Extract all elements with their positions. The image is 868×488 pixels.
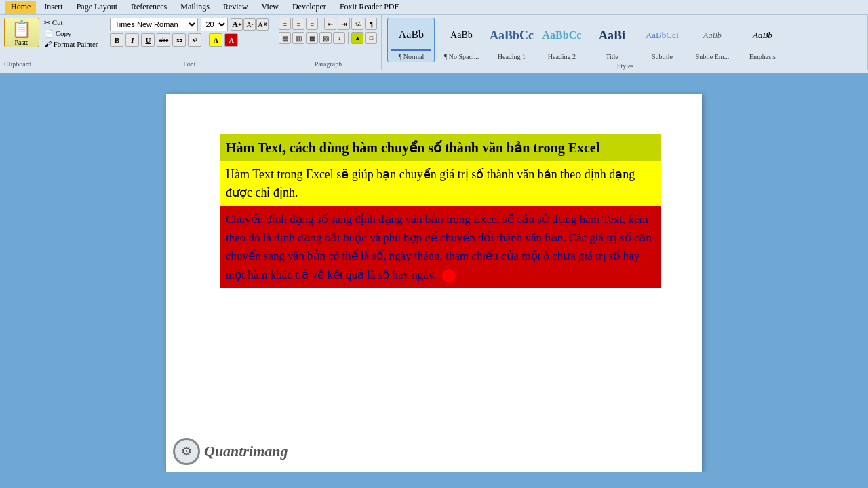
cut-button[interactable]: ✂ Cut	[42, 18, 100, 28]
style-title-label: Title	[606, 53, 618, 60]
style-heading1[interactable]: AaBbCc Heading 1	[488, 18, 535, 62]
align-left-button[interactable]: ▤	[279, 32, 291, 44]
clipboard-group: 📋 Paste ✂ Cut 📄 Copy 🖌 Format Painter	[0, 15, 104, 70]
bold-button[interactable]: B	[110, 33, 123, 47]
menu-foxit[interactable]: Foxit Reader PDF	[334, 1, 404, 14]
style-heading2[interactable]: AaBbCc Heading 2	[538, 18, 585, 62]
subscript-button[interactable]: x₂	[172, 33, 186, 47]
superscript-button[interactable]: x²	[188, 33, 201, 47]
numbering-button[interactable]: ≡	[292, 18, 304, 30]
ribbon-toolbar: 📋 Paste ✂ Cut 📄 Copy 🖌 Format Painter	[0, 15, 868, 73]
format-painter-button[interactable]: 🖌 Format Painter	[42, 39, 100, 49]
copy-icon: 📄	[44, 29, 54, 37]
style-heading2-label: Heading 2	[548, 53, 576, 60]
font-row1: Times New Roman 20 A+ A- A✗	[110, 18, 269, 31]
clear-format-button[interactable]: A✗	[256, 18, 269, 30]
watermark: ⚙ Quantrimang	[173, 438, 288, 465]
menu-references[interactable]: References	[125, 1, 172, 14]
paragraph-group: ≡ ≡ ≡ ⇤ ⇥ ↑Z ¶ ▤ ▥ ▦ ▧ ↕ ▲ □ Paragraph	[275, 15, 382, 70]
paragraph-1[interactable]: Hàm Text, cách dùng hàm chuyển số thành …	[220, 134, 661, 161]
paragraph-row2: ▤ ▥ ▦ ▧ ↕ ▲ □	[279, 32, 377, 44]
sort-button[interactable]: ↑Z	[351, 18, 363, 30]
justify-button[interactable]: ▧	[319, 32, 332, 44]
style-nospace-preview: AaBb	[441, 20, 481, 51]
italic-button[interactable]: I	[125, 33, 139, 47]
paragraph-group-label: Paragraph	[279, 60, 377, 68]
highlight-icon: A	[214, 37, 218, 44]
shading-button[interactable]: ▲	[351, 32, 363, 44]
style-heading1-label: Heading 1	[498, 53, 526, 60]
paragraph-row1: ≡ ≡ ≡ ⇤ ⇥ ↑Z ¶	[279, 18, 377, 30]
style-subtleem-preview: AaBb	[692, 20, 732, 51]
styles-group: AaBb ¶ Normal AaBb ¶ No Spaci... AaBbCc …	[383, 15, 868, 70]
style-emphasis-label: Emphasis	[749, 53, 776, 60]
highlight-color-button[interactable]: A	[209, 33, 222, 47]
align-right-button[interactable]: ▦	[306, 32, 318, 44]
strikethrough-button[interactable]: abc	[157, 33, 170, 47]
red-dot-indicator	[442, 269, 456, 283]
font-size-select[interactable]: 20	[201, 18, 228, 31]
paste-label: Paste	[14, 39, 28, 46]
document-content: Hàm Text, cách dùng hàm chuyển số thành …	[220, 134, 661, 288]
copy-button[interactable]: 📄 Copy	[42, 28, 100, 39]
styles-row: AaBb ¶ Normal AaBb ¶ No Spaci... AaBbCc …	[387, 18, 863, 62]
multilevel-list-button[interactable]: ≡	[306, 18, 318, 30]
watermark-text: Quantrimang	[204, 443, 288, 460]
style-subtitle-label: Subtitle	[652, 53, 673, 60]
style-normal[interactable]: AaBb ¶ Normal	[387, 18, 435, 62]
styles-group-label: Styles	[387, 62, 863, 70]
style-nospace-label: ¶ No Spaci...	[444, 53, 479, 60]
menu-review[interactable]: Review	[218, 1, 254, 14]
menu-bar: Home Insert Page Layout References Maili…	[0, 0, 868, 15]
line-spacing-button[interactable]: ↕	[333, 32, 345, 44]
menu-mailings[interactable]: Mailings	[175, 1, 215, 14]
paragraph-3-text: Chuyển định dạng số sang định dạng văn b…	[226, 213, 652, 281]
style-title[interactable]: AaBi Title	[588, 18, 635, 62]
font-separator1	[205, 34, 205, 46]
borders-button[interactable]: □	[365, 32, 377, 44]
watermark-icon: ⚙	[173, 438, 200, 465]
show-marks-button[interactable]: ¶	[365, 18, 377, 30]
font-name-select[interactable]: Times New Roman	[110, 18, 198, 31]
style-subtleem-label: Subtle Em...	[696, 53, 729, 60]
paragraph-2[interactable]: Hàm Text trong Excel sẽ giúp bạn chuyển …	[220, 161, 661, 206]
menu-developer[interactable]: Developer	[287, 1, 332, 14]
style-subtleem[interactable]: AaBb Subtle Em...	[688, 18, 736, 62]
font-color-icon: A	[229, 37, 234, 44]
style-nospace[interactable]: AaBb ¶ No Spaci...	[437, 18, 485, 62]
paste-button[interactable]: 📋 Paste	[4, 18, 39, 47]
menu-home[interactable]: Home	[5, 1, 36, 14]
font-size-buttons: A+ A- A✗	[231, 18, 269, 30]
document-area: Hàm Text, cách dùng hàm chuyển số thành …	[0, 73, 868, 472]
font-grow-button[interactable]: A+	[231, 18, 243, 30]
document-page[interactable]: Hàm Text, cách dùng hàm chuyển số thành …	[166, 94, 702, 472]
menu-view[interactable]: View	[256, 1, 284, 14]
align-center-button[interactable]: ▥	[292, 32, 304, 44]
para-separator1	[321, 18, 321, 30]
font-shrink-button[interactable]: A-	[243, 18, 256, 30]
paste-icon: 📋	[12, 20, 32, 39]
paragraph-3[interactable]: Chuyển định dạng số sang định dạng văn b…	[220, 206, 661, 288]
style-emphasis[interactable]: AaBb Emphasis	[738, 18, 786, 62]
decrease-indent-button[interactable]: ⇤	[324, 18, 336, 30]
clipboard-group-label: Clipboard	[4, 60, 31, 68]
style-subtitle[interactable]: AaBbCcI Subtitle	[638, 18, 686, 62]
menu-insert[interactable]: Insert	[39, 1, 68, 14]
increase-indent-button[interactable]: ⇥	[338, 18, 350, 30]
style-subtitle-preview: AaBbCcI	[642, 20, 682, 51]
style-title-preview: AaBi	[591, 20, 632, 51]
bullets-button[interactable]: ≡	[279, 18, 291, 30]
font-color-button[interactable]: A	[224, 33, 238, 47]
style-emphasis-preview: AaBb	[742, 20, 783, 51]
font-row2: B I U abc x₂ x² A A	[110, 33, 269, 47]
underline-button[interactable]: U	[141, 33, 155, 47]
format-painter-icon: 🖌	[44, 40, 52, 48]
font-group-label: Font	[110, 60, 269, 68]
style-normal-preview: AaBb	[391, 20, 431, 51]
style-normal-label: ¶ Normal	[399, 53, 425, 60]
clipboard-small-buttons: ✂ Cut 📄 Copy 🖌 Format Painter	[42, 18, 100, 60]
style-heading2-preview: AaBbCc	[541, 20, 582, 51]
menu-page-layout[interactable]: Page Layout	[71, 1, 123, 14]
scissors-icon: ✂	[44, 18, 50, 26]
font-group: Times New Roman 20 A+ A- A✗ B I U abc x₂…	[106, 15, 273, 70]
